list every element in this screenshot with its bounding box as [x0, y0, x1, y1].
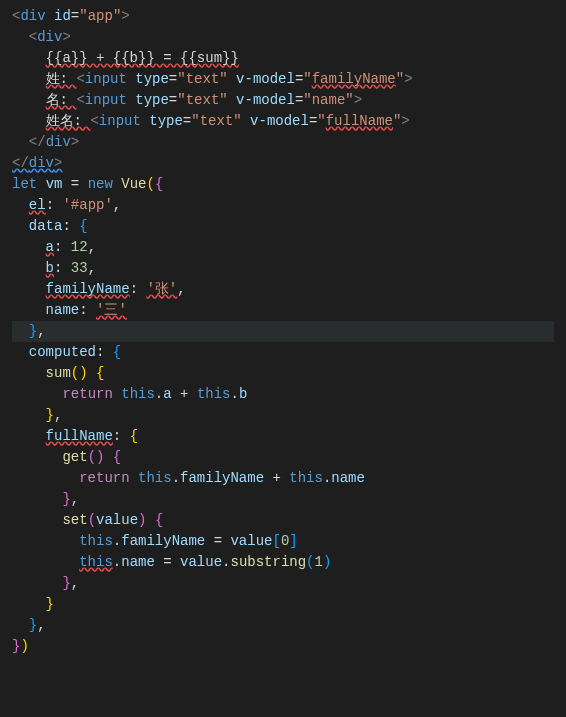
- code-editor[interactable]: <div id="app"> <div> {{a}} + {{b}} = {{s…: [0, 0, 566, 663]
- code-line: }: [12, 594, 554, 615]
- code-line: 名: <input type="text" v-model="name">: [12, 90, 554, 111]
- code-line: return this.familyName + this.name: [12, 468, 554, 489]
- code-line: data: {: [12, 216, 554, 237]
- code-line: },: [12, 615, 554, 636]
- code-line: <div>: [12, 27, 554, 48]
- code-line: return this.a + this.b: [12, 384, 554, 405]
- code-line: <div id="app">: [12, 6, 554, 27]
- code-line: this.familyName = value[0]: [12, 531, 554, 552]
- code-line: </div>: [12, 132, 554, 153]
- code-line: fullName: {: [12, 426, 554, 447]
- code-line: 姓名: <input type="text" v-model="fullName…: [12, 111, 554, 132]
- code-line: b: 33,: [12, 258, 554, 279]
- code-line: },: [12, 573, 554, 594]
- code-line: set(value) {: [12, 510, 554, 531]
- code-line: }): [12, 636, 554, 657]
- code-line: this.name = value.substring(1): [12, 552, 554, 573]
- code-line: a: 12,: [12, 237, 554, 258]
- code-line: el: '#app',: [12, 195, 554, 216]
- code-line: },: [12, 405, 554, 426]
- code-line: },: [12, 489, 554, 510]
- code-line: computed: {: [12, 342, 554, 363]
- code-line: name: '三': [12, 300, 554, 321]
- code-line: sum() {: [12, 363, 554, 384]
- code-line: get() {: [12, 447, 554, 468]
- code-line: let vm = new Vue({: [12, 174, 554, 195]
- code-line: familyName: '张',: [12, 279, 554, 300]
- code-line: </div>: [12, 153, 554, 174]
- code-line: },: [12, 321, 554, 342]
- code-line: 姓: <input type="text" v-model="familyNam…: [12, 69, 554, 90]
- code-line: {{a}} + {{b}} = {{sum}}: [12, 48, 554, 69]
